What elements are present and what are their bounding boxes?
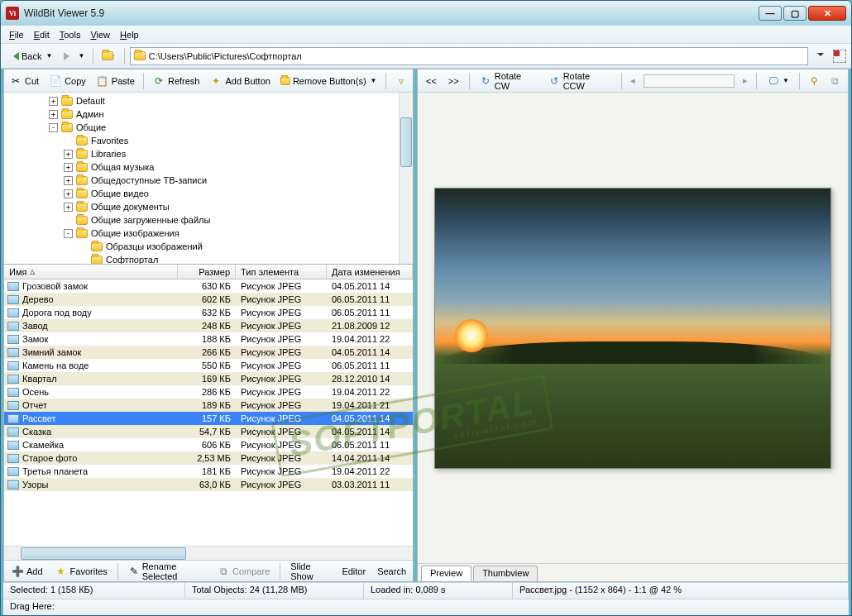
prev-image-button[interactable]: <<: [424, 75, 438, 87]
add-button[interactable]: ➕Add: [9, 564, 45, 579]
file-row[interactable]: Замок188 КБРисунок JPEG19.04.2011 22: [4, 332, 413, 346]
tree-node[interactable]: +Общие документы: [4, 200, 413, 213]
back-button[interactable]: Back▼: [6, 50, 55, 63]
file-row[interactable]: Отчет189 КБРисунок JPEG19.04.2011 21: [4, 399, 413, 412]
file-row[interactable]: Грозовой замок630 КБРисунок JPEG04.05.20…: [4, 279, 413, 293]
menu-file[interactable]: File: [9, 30, 24, 40]
nav-left-icon[interactable]: ◂: [630, 75, 635, 86]
list-hscroll[interactable]: [4, 546, 413, 560]
file-row[interactable]: Камень на воде550 КБРисунок JPEG06.05.20…: [4, 359, 413, 372]
minimize-button[interactable]: —: [759, 6, 782, 21]
col-name[interactable]: Имя △: [4, 265, 178, 279]
expand-icon[interactable]: +: [64, 163, 73, 172]
file-type: Рисунок JPEG: [236, 294, 327, 304]
file-row[interactable]: Скамейка606 КБРисунок JPEG06.05.2011 11: [4, 438, 413, 451]
tree-node[interactable]: +Libraries: [4, 147, 413, 160]
file-row[interactable]: Дорога под воду632 КБРисунок JPEG06.05.2…: [4, 306, 413, 319]
file-row[interactable]: Узоры63,0 КБРисунок JPEG03.03.2011 11: [4, 478, 413, 491]
expand-icon[interactable]: +: [49, 97, 58, 106]
remove-custom-button[interactable]: Remove Button(s)▼: [279, 75, 379, 87]
file-name: Рассвет: [22, 413, 56, 423]
monitor-button[interactable]: 🖵▼: [765, 74, 791, 88]
drag-area[interactable]: Drag Here:: [3, 599, 849, 615]
maximize-button[interactable]: ▢: [783, 6, 807, 21]
file-row[interactable]: Третья планета181 КБРисунок JPEG19.04.20…: [4, 465, 413, 478]
tree-node[interactable]: Софтпортал: [4, 253, 413, 264]
wand-icon[interactable]: ⚲: [808, 74, 821, 88]
search-button[interactable]: Search: [376, 566, 408, 577]
filter-button[interactable]: ▿: [393, 74, 409, 88]
tree-node[interactable]: +Общая музыка: [4, 160, 413, 174]
menu-edit[interactable]: Edit: [34, 30, 50, 40]
tree-node[interactable]: Общие загруженные файлы: [4, 213, 413, 227]
folder-icon: [76, 176, 88, 185]
tree-node[interactable]: Образцы изображений: [4, 240, 413, 253]
tree-node[interactable]: +Общедоступные ТВ-записи: [4, 174, 413, 187]
tree-node[interactable]: +Общие видео: [4, 187, 413, 200]
file-row[interactable]: Сказка54,7 КБРисунок JPEG04.05.2011 14: [4, 425, 413, 438]
expand-icon[interactable]: +: [49, 110, 58, 119]
expand-icon[interactable]: -: [49, 123, 58, 132]
file-row[interactable]: Дерево602 КБРисунок JPEG06.05.2011 11: [4, 293, 413, 306]
tree-node[interactable]: +Default: [4, 94, 413, 107]
titlebar[interactable]: Vi WildBit Viewer 5.9 — ▢ ✕: [1, 1, 851, 26]
expand-icon[interactable]: -: [64, 229, 73, 238]
nav-right-icon[interactable]: ▸: [743, 75, 748, 86]
rotate-cw-button[interactable]: ↻Rotate CW: [478, 70, 538, 92]
tree-node[interactable]: -Общие: [4, 121, 413, 134]
favorites-button[interactable]: ★Favorites: [53, 564, 109, 579]
menu-view[interactable]: View: [90, 30, 110, 40]
refresh-button[interactable]: ⟳Refresh: [151, 74, 202, 88]
list-header[interactable]: Имя △ Размер Тип элемента Дата изменения: [4, 265, 413, 279]
rotate-ccw-button[interactable]: ↺Rotate CCW: [547, 70, 613, 92]
col-size[interactable]: Размер: [178, 265, 236, 279]
file-row[interactable]: Рассвет157 КБРисунок JPEG04.05.2011 14: [4, 412, 413, 425]
tree-scrollbar[interactable]: [399, 93, 413, 264]
tab-thumbview[interactable]: Thumbview: [473, 566, 538, 581]
expand-icon[interactable]: +: [64, 176, 73, 185]
tree-node[interactable]: -Общие изображения: [4, 227, 413, 240]
up-button[interactable]: ↑: [98, 50, 119, 63]
col-type[interactable]: Тип элемента: [236, 265, 327, 279]
next-image-button[interactable]: >>: [447, 75, 461, 87]
file-row[interactable]: Завод248 КБРисунок JPEG21.08.2009 12: [4, 319, 413, 332]
tab-preview[interactable]: Preview: [421, 566, 471, 581]
rename-button[interactable]: ✎Rename Selected: [127, 561, 207, 582]
col-date[interactable]: Дата изменения: [327, 265, 413, 279]
copy-icon[interactable]: ⧉: [829, 74, 841, 88]
file-size: 630 КБ: [178, 281, 236, 291]
thumb-strip[interactable]: [644, 74, 735, 88]
editor-button[interactable]: Editor: [340, 566, 367, 577]
folder-icon: [76, 136, 88, 146]
tree-node[interactable]: +Админ: [4, 107, 413, 121]
paste-button[interactable]: 📋Paste: [94, 74, 136, 88]
folder-tree[interactable]: +Default+Админ-ОбщиеFavorites+Libraries+…: [4, 93, 413, 265]
fullscreen-button[interactable]: [833, 50, 846, 63]
file-size: 181 КБ: [178, 466, 236, 476]
expand-icon[interactable]: +: [64, 203, 73, 212]
menu-help[interactable]: Help: [120, 30, 139, 40]
slideshow-button[interactable]: Slide Show: [289, 561, 332, 582]
file-date: 04.05.2011 14: [327, 413, 413, 423]
close-button[interactable]: ✕: [808, 6, 846, 21]
tree-node[interactable]: Favorites: [4, 134, 413, 147]
address-bar[interactable]: C:\Users\Public\Pictures\Софтпортал: [130, 47, 808, 65]
compare-button[interactable]: ⧉Compare: [215, 564, 271, 579]
file-date: 04.05.2011 14: [327, 427, 413, 437]
cut-button[interactable]: ✂Cut: [7, 74, 41, 88]
file-row[interactable]: Зимний замок266 КБРисунок JPEG04.05.2011…: [4, 346, 413, 359]
expand-icon[interactable]: +: [64, 150, 73, 159]
file-name: Завод: [22, 321, 48, 331]
address-dropdown[interactable]: [813, 53, 828, 60]
menu-tools[interactable]: Tools: [60, 30, 81, 40]
file-row[interactable]: Осень286 КБРисунок JPEG19.04.2011 22: [4, 385, 413, 399]
copy-button[interactable]: 📄Copy: [47, 74, 88, 88]
add-custom-button[interactable]: ✦Add Button: [208, 74, 271, 88]
file-size: 188 КБ: [178, 334, 236, 344]
file-row[interactable]: Квартал169 КБРисунок JPEG28.12.2010 14: [4, 372, 413, 385]
expand-icon[interactable]: +: [64, 189, 73, 198]
file-row[interactable]: Старое фото2,53 МБРисунок JPEG14.04.2011…: [4, 451, 413, 465]
preview-area[interactable]: [418, 93, 848, 563]
forward-button[interactable]: ▼: [60, 50, 88, 62]
file-date: 19.04.2011 22: [327, 387, 413, 397]
